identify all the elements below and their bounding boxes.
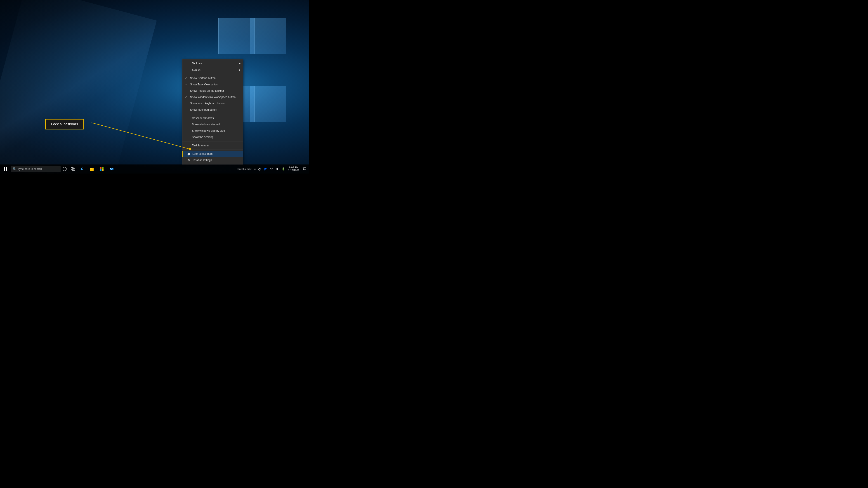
battery-icon[interactable]: 🔋 (281, 164, 286, 173)
arrow-search: ► (239, 69, 241, 71)
menu-item-task-manager[interactable]: Task Manager (182, 142, 243, 149)
menu-item-side-by-side[interactable]: Show windows side by side (182, 128, 243, 134)
menu-label-taskbar-settings: Taskbar settings (192, 159, 212, 162)
search-icon: 🔍 (13, 167, 17, 171)
callout-box: Lock all taskbars (45, 119, 84, 129)
menu-label-search: Search (192, 68, 200, 71)
cortana-icon (63, 167, 67, 171)
menu-item-taskview[interactable]: ✓ Show Task View button (182, 81, 243, 88)
svg-point-10 (258, 168, 261, 170)
check-lock-taskbars: ⬤ (187, 153, 191, 156)
task-view-button[interactable] (69, 164, 77, 173)
quick-launch-label: Quick Launch (236, 168, 252, 170)
system-clock[interactable]: 9:05 PM 2/28/2021 (286, 164, 301, 173)
svg-rect-6 (102, 167, 103, 169)
context-menu: Toolbars ► Search ► ✓ Show Cortana butto… (182, 59, 243, 164)
volume-icon[interactable] (275, 164, 280, 173)
taskbar-pinned-apps (77, 164, 117, 173)
notification-icon (303, 167, 306, 170)
menu-item-stacked[interactable]: Show windows stacked (182, 121, 243, 128)
edge-button[interactable] (77, 164, 87, 173)
menu-label-touch-kb: Show touch keyboard button (190, 102, 224, 105)
menu-item-people[interactable]: Show People on the taskbar (182, 88, 243, 94)
menu-label-ink: Show Windows Ink Workspace button (190, 96, 236, 99)
network-icon[interactable] (257, 164, 262, 173)
menu-item-show-desktop[interactable]: Show the desktop (182, 134, 243, 140)
menu-item-taskbar-settings[interactable]: ⚙ Taskbar settings (182, 157, 243, 163)
start-button[interactable] (0, 164, 11, 173)
arrow-toolbars: ► (239, 62, 241, 65)
svg-marker-12 (276, 168, 278, 170)
action-center-button[interactable] (302, 164, 308, 173)
check-ink: ✓ (185, 96, 188, 99)
svg-rect-5 (100, 167, 101, 169)
win-pane-top-left (218, 18, 254, 54)
cortana-button[interactable] (61, 164, 69, 173)
check-taskview: ✓ (185, 83, 188, 86)
separator-4 (182, 150, 243, 150)
separator-3 (182, 141, 243, 141)
menu-item-lock-taskbars[interactable]: ⬤ Lock all taskbars (182, 151, 243, 157)
desktop: Lock all taskbars Toolbars ► Search ► ✓ … (0, 0, 309, 173)
menu-label-cascade: Cascade windows (192, 117, 214, 120)
separator-2 (182, 114, 243, 114)
start-icon (4, 167, 7, 171)
svg-point-2 (63, 167, 66, 171)
system-tray: Quick Launch «« ◤ (236, 164, 309, 173)
menu-label-cortana: Show Cortana button (190, 76, 216, 80)
settings-icon: ⚙ (187, 158, 191, 162)
mail-icon (110, 167, 114, 171)
light-ray-1 (0, 0, 157, 173)
explorer-button[interactable] (87, 164, 97, 173)
mail-button[interactable] (107, 164, 117, 173)
svg-point-11 (271, 170, 272, 170)
clock-time: 9:05 PM (289, 166, 298, 169)
wifi-icon[interactable] (269, 164, 274, 173)
svg-rect-14 (304, 170, 306, 170)
svg-rect-7 (100, 169, 101, 171)
explorer-icon (90, 167, 94, 171)
menu-label-touchpad: Show touchpad button (190, 108, 217, 111)
volume-icon-svg (276, 167, 279, 170)
tray-overflow-chevron[interactable]: «« (253, 168, 256, 170)
menu-item-touch-kb[interactable]: Show touch keyboard button (182, 100, 243, 107)
menu-item-ink[interactable]: ✓ Show Windows Ink Workspace button (182, 94, 243, 100)
svg-rect-13 (303, 168, 306, 170)
svg-rect-8 (102, 169, 103, 171)
menu-item-cascade[interactable]: Cascade windows (182, 115, 243, 121)
menu-label-toolbars: Toolbars (192, 62, 202, 65)
menu-item-cortana[interactable]: ✓ Show Cortana button (182, 75, 243, 81)
menu-label-people: Show People on the taskbar (190, 89, 224, 92)
check-cortana: ✓ (185, 77, 188, 80)
dropbox-icon[interactable]: ◤ (263, 164, 268, 173)
menu-label-stacked: Show windows stacked (192, 123, 220, 126)
menu-label-side-by-side: Show windows side by side (192, 129, 225, 132)
callout-label: Lock all taskbars (51, 122, 78, 126)
task-view-icon (71, 167, 75, 170)
menu-label-lock-taskbars: Lock all taskbars (192, 152, 213, 156)
edge-icon (80, 167, 84, 171)
menu-item-toolbars[interactable]: Toolbars ► (182, 60, 243, 67)
menu-label-show-desktop: Show the desktop (192, 135, 213, 139)
win-pane-bottom-right (250, 86, 286, 122)
store-button[interactable] (97, 164, 107, 173)
taskbar: 🔍 Type here to search (0, 164, 309, 173)
taskbar-search-bar[interactable]: 🔍 Type here to search (11, 166, 61, 172)
win-pane-top-right (250, 18, 286, 54)
clock-date: 2/28/2021 (288, 169, 299, 172)
menu-item-touchpad[interactable]: Show touchpad button (182, 107, 243, 113)
search-placeholder-text: Type here to search (18, 167, 42, 170)
network-cloud-icon (258, 167, 261, 170)
store-icon (100, 167, 104, 171)
menu-label-taskview: Show Task View button (190, 83, 218, 86)
wifi-icon-svg (270, 167, 273, 170)
menu-label-task-manager: Task Manager (192, 144, 209, 147)
menu-item-search[interactable]: Search ► (182, 67, 243, 73)
svg-rect-4 (90, 168, 92, 168)
separator-1 (182, 74, 243, 74)
